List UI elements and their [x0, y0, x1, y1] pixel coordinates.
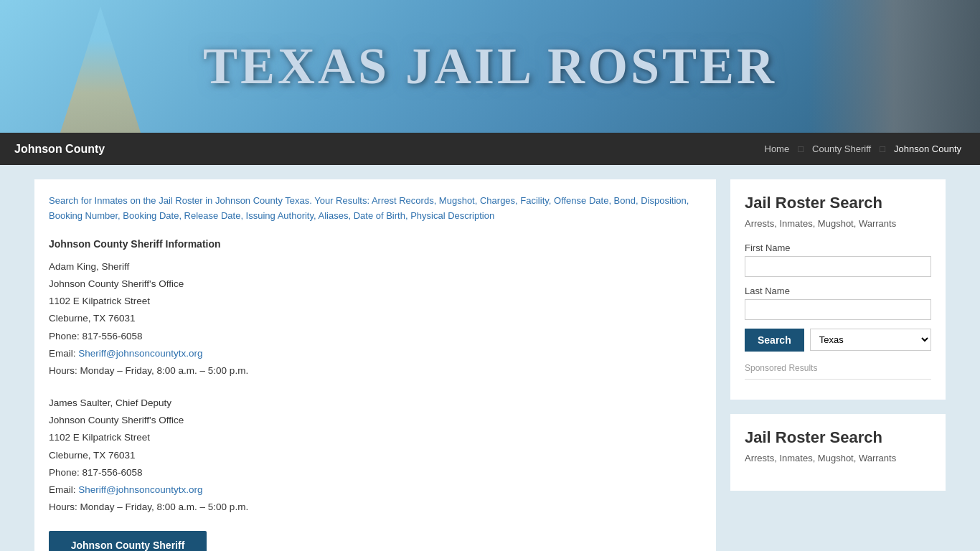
button-group: Johnson County Sheriff Johnson Sheriff F… — [49, 531, 702, 551]
sidebar-section-1: Jail Roster Search Arrests, Inmates, Mug… — [730, 179, 946, 400]
search-row: Search Texas Alabama Alaska Arizona Arka… — [745, 329, 931, 352]
sheriff2-city: Cleburne, TX 76031 — [49, 447, 702, 464]
nav-current: Johnson County — [890, 141, 966, 157]
sheriff2-email-label: Email: — [49, 484, 78, 495]
last-name-label: Last Name — [745, 286, 931, 296]
capitol-image — [0, 0, 201, 133]
first-name-input[interactable] — [745, 256, 931, 277]
sheriff1-city: Cleburne, TX 76031 — [49, 310, 702, 327]
nav-county-sheriff[interactable]: County Sheriff — [808, 141, 875, 157]
sidebar-title-1: Jail Roster Search — [745, 194, 931, 212]
sheriff1-email: Email: Sheriff@johnsoncountytx.org — [49, 345, 702, 362]
sheriff2-block: James Saulter, Chief Deputy Johnson Coun… — [49, 395, 702, 517]
header-banner: Texas Jail Roster — [0, 0, 980, 133]
jail-image — [808, 0, 980, 133]
site-title: Texas Jail Roster — [203, 37, 777, 96]
sheriff1-phone: Phone: 817-556-6058 — [49, 328, 702, 345]
sheriff2-phone: Phone: 817-556-6058 — [49, 464, 702, 481]
main-container: Search for Inmates on the Jail Roster in… — [24, 165, 956, 551]
btn-county-sheriff[interactable]: Johnson County Sheriff — [49, 531, 207, 551]
nav-home[interactable]: Home — [760, 141, 794, 157]
sheriff1-office: Johnson County Sheriff's Office — [49, 276, 702, 293]
content-description: Search for Inmates on the Jail Roster in… — [49, 194, 702, 224]
search-button[interactable]: Search — [745, 329, 804, 352]
sheriff2-address: 1102 E Kilpatrick Street — [49, 429, 702, 446]
sheriff2-name: James Saulter, Chief Deputy — [49, 395, 702, 412]
last-name-group: Last Name — [745, 286, 931, 320]
sheriff1-hours: Hours: Monday – Friday, 8:00 a.m. – 5:00… — [49, 362, 702, 380]
navbar: Johnson County Home □ County Sheriff □ J… — [0, 133, 980, 165]
nav-sep-2: □ — [880, 143, 885, 154]
nav-sep-1: □ — [798, 143, 804, 154]
sidebar-subtitle-2: Arrests, Inmates, Mugshot, Warrants — [745, 451, 931, 466]
state-select[interactable]: Texas Alabama Alaska Arizona Arkansas Ca… — [810, 329, 931, 351]
sheriff1-block: Adam King, Sheriff Johnson County Sherif… — [49, 258, 702, 380]
sidebar-divider-1 — [745, 379, 931, 380]
first-name-group: First Name — [745, 242, 931, 277]
last-name-input[interactable] — [745, 299, 931, 320]
sponsored-results: Sponsored Results — [745, 363, 931, 373]
sheriff2-hours: Hours: Monday – Friday, 8:00 a.m. – 5:00… — [49, 499, 702, 516]
sheriff-info-heading: Johnson County Sheriff Information — [49, 238, 702, 250]
sheriff2-email-link[interactable]: Sheriff@johnsoncountytx.org — [78, 484, 202, 495]
navbar-links: Home □ County Sheriff □ Johnson County — [760, 141, 966, 157]
sheriff1-email-link[interactable]: Sheriff@johnsoncountytx.org — [78, 348, 202, 359]
sheriff2-email: Email: Sheriff@johnsoncountytx.org — [49, 481, 702, 499]
sheriff1-address: 1102 E Kilpatrick Street — [49, 293, 702, 310]
sidebar: Jail Roster Search Arrests, Inmates, Mug… — [730, 179, 946, 551]
content-area: Search for Inmates on the Jail Roster in… — [34, 179, 716, 551]
first-name-label: First Name — [745, 242, 931, 253]
sidebar-section-2: Jail Roster Search Arrests, Inmates, Mug… — [730, 414, 946, 491]
sidebar-subtitle-1: Arrests, Inmates, Mugshot, Warrants — [745, 217, 931, 231]
sheriff2-office: Johnson County Sheriff's Office — [49, 412, 702, 429]
sidebar-title-2: Jail Roster Search — [745, 428, 931, 447]
sheriff1-name: Adam King, Sheriff — [49, 258, 702, 276]
navbar-brand: Johnson County — [14, 143, 105, 156]
sheriff1-email-label: Email: — [49, 348, 78, 359]
